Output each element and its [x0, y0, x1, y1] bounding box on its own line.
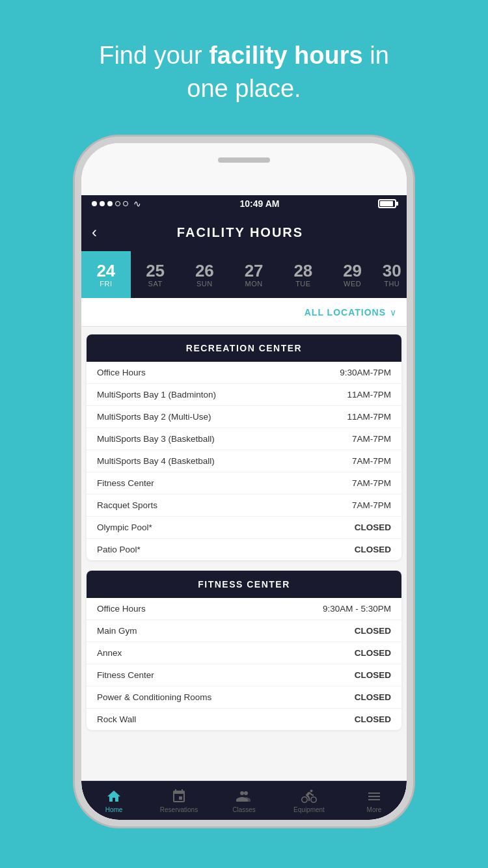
table-row: Office Hours 9:30AM - 5:30PM — [87, 598, 401, 620]
date-day-4: TUE — [295, 280, 311, 288]
status-time: 10:49 AM — [240, 198, 280, 209]
date-item-2[interactable]: 26 SUN — [180, 251, 230, 298]
classes-icon — [236, 789, 252, 804]
facility-name: Olympic Pool* — [97, 522, 152, 532]
app-header: ‹ FACILITY HOURS — [81, 213, 407, 251]
date-item-3[interactable]: 27 MON — [229, 251, 278, 298]
facility-hours: CLOSED — [355, 648, 391, 658]
facility-hours: CLOSED — [355, 626, 391, 636]
date-day-6: THU — [384, 280, 400, 288]
nav-label-more: More — [367, 806, 382, 813]
table-row: Annex CLOSED — [87, 642, 401, 664]
date-num-6: 30 — [383, 262, 401, 280]
table-row: Fitness Center CLOSED — [87, 664, 401, 686]
phone-shell: ∿ 10:49 AM ‹ FACILITY HOURS 24 FRI 25 — [75, 137, 413, 826]
date-item-5[interactable]: 29 WED — [328, 251, 377, 298]
battery-fill — [380, 201, 393, 206]
recreation-center-title: RECREATION CENTER — [186, 343, 302, 353]
phone-top — [81, 143, 407, 195]
bottom-nav: Home Reservations Classes — [81, 781, 407, 820]
table-row: MultiSports Bay 1 (Badminton) 11AM-7PM — [87, 384, 401, 406]
signal-dot-5 — [123, 201, 128, 206]
nav-label-home: Home — [105, 806, 123, 813]
facility-name: MultiSports Bay 3 (Basketball) — [97, 434, 215, 444]
table-row: Patio Pool* CLOSED — [87, 539, 401, 560]
facility-hours: 7AM-7PM — [352, 500, 391, 510]
nav-label-classes: Classes — [232, 806, 256, 813]
facility-hours: 7AM-7PM — [352, 478, 391, 488]
recreation-center-card: RECREATION CENTER Office Hours 9:30AM-7P… — [87, 334, 401, 560]
nav-item-equipment[interactable]: Equipment — [277, 781, 342, 820]
nav-item-home[interactable]: Home — [81, 781, 146, 820]
nav-item-more[interactable]: More — [342, 781, 407, 820]
nav-label-equipment: Equipment — [293, 806, 325, 813]
facility-hours: CLOSED — [355, 545, 391, 554]
facility-hours: CLOSED — [355, 692, 391, 702]
wifi-icon: ∿ — [133, 198, 141, 209]
calendar-icon — [171, 789, 187, 804]
locations-label: ALL LOCATIONS — [305, 307, 386, 318]
svg-point-0 — [240, 791, 244, 795]
scroll-content[interactable]: RECREATION CENTER Office Hours 9:30AM-7P… — [81, 327, 407, 781]
facility-hours: CLOSED — [355, 670, 391, 680]
phone-screen: ∿ 10:49 AM ‹ FACILITY HOURS 24 FRI 25 — [81, 143, 407, 820]
signal-dot-1 — [92, 201, 97, 206]
date-day-3: MON — [245, 280, 263, 288]
facility-hours: 9:30AM - 5:30PM — [323, 604, 391, 614]
facility-name: MultiSports Bay 2 (Multi-Use) — [97, 412, 211, 422]
facility-name: Patio Pool* — [97, 545, 141, 554]
date-selector: 24 FRI 25 SAT 26 SUN 27 MON 28 TUE — [81, 251, 407, 298]
background-headline: Find your facility hours in one place. — [0, 39, 488, 106]
back-button[interactable]: ‹ — [92, 223, 97, 241]
recreation-center-header: RECREATION CENTER — [87, 334, 401, 362]
facility-name: Main Gym — [97, 626, 137, 636]
facility-name: Rock Wall — [97, 714, 136, 724]
facility-name: MultiSports Bay 4 (Basketball) — [97, 456, 215, 466]
date-day-0: FRI — [100, 280, 112, 288]
table-row: Rock Wall CLOSED — [87, 709, 401, 730]
app-content: ‹ FACILITY HOURS 24 FRI 25 SAT 26 SUN — [81, 213, 407, 820]
nav-item-classes[interactable]: Classes — [211, 781, 277, 820]
table-row: Office Hours 9:30AM-7PM — [87, 362, 401, 384]
date-item-0[interactable]: 24 FRI — [81, 251, 131, 298]
facility-name: Annex — [97, 648, 122, 658]
facility-hours: 9:30AM-7PM — [340, 368, 391, 377]
facility-name: Office Hours — [97, 368, 146, 377]
fitness-center-title: FITNESS CENTER — [198, 579, 290, 590]
table-row: Racquet Sports 7AM-7PM — [87, 495, 401, 517]
signal-dot-2 — [100, 201, 105, 206]
facility-name: Fitness Center — [97, 478, 154, 488]
table-row: Olympic Pool* CLOSED — [87, 517, 401, 539]
table-row: Power & Conditioning Rooms CLOSED — [87, 686, 401, 709]
facility-hours: 11AM-7PM — [347, 390, 391, 400]
date-item-6[interactable]: 30 THU — [377, 251, 407, 298]
nav-label-reservations: Reservations — [160, 806, 198, 813]
nav-item-reservations[interactable]: Reservations — [146, 781, 211, 820]
fitness-center-card: FITNESS CENTER Office Hours 9:30AM - 5:3… — [87, 571, 401, 730]
date-num-2: 26 — [195, 262, 214, 280]
facility-hours: 7AM-7PM — [352, 456, 391, 466]
table-row: MultiSports Bay 2 (Multi-Use) 11AM-7PM — [87, 406, 401, 428]
date-item-4[interactable]: 28 TUE — [278, 251, 328, 298]
bike-icon — [301, 789, 317, 804]
table-row: Main Gym CLOSED — [87, 620, 401, 642]
date-num-1: 25 — [146, 262, 165, 280]
locations-bar[interactable]: ALL LOCATIONS ∨ — [81, 298, 407, 327]
date-item-1[interactable]: 25 SAT — [131, 251, 180, 298]
date-num-0: 24 — [96, 262, 115, 280]
date-num-5: 29 — [343, 262, 362, 280]
date-day-5: WED — [344, 280, 361, 288]
table-row: MultiSports Bay 3 (Basketball) 7AM-7PM — [87, 428, 401, 450]
page-title: FACILITY HOURS — [103, 225, 377, 240]
date-num-3: 27 — [245, 262, 264, 280]
menu-icon — [366, 789, 382, 804]
signal-dot-3 — [107, 201, 113, 206]
signal-dot-4 — [115, 201, 120, 206]
date-num-4: 28 — [293, 262, 312, 280]
fitness-center-header: FITNESS CENTER — [87, 571, 401, 598]
table-row: MultiSports Bay 4 (Basketball) 7AM-7PM — [87, 450, 401, 472]
facility-name: Office Hours — [97, 604, 146, 614]
facility-hours: CLOSED — [355, 522, 391, 532]
date-day-1: SAT — [148, 280, 163, 288]
date-day-2: SUN — [197, 280, 213, 288]
